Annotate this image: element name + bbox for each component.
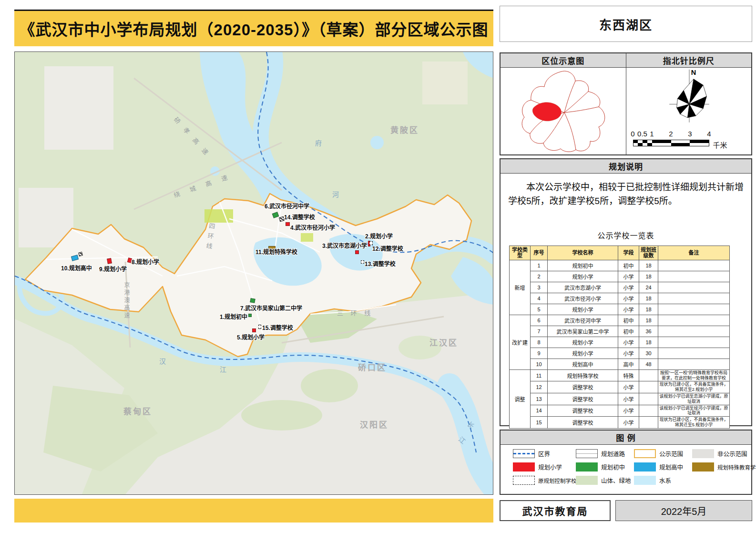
school-marker-solid-icon — [355, 250, 359, 254]
seq-cell: 13 — [531, 393, 548, 405]
seq-cell: 15 — [531, 417, 548, 429]
date-box: 2022年5月 — [615, 500, 752, 521]
classes-cell: 18 — [639, 260, 658, 271]
table-row: 14调整学校小学该规划小学已调至径河小学建成，原址取消 — [510, 405, 730, 417]
stage-cell: 小学 — [618, 348, 639, 359]
legend-symbol-fill-icon — [576, 462, 598, 472]
school-type-cell: 新增 — [510, 260, 531, 315]
road-label: 河 — [332, 189, 339, 199]
seq-cell: 1 — [531, 260, 548, 271]
table-row: 调整11规划特殊学校特殊按照“一区一校”的特殊教育学校布局要求，在此控制一处特殊… — [510, 369, 730, 381]
road-label: 江 — [457, 434, 468, 446]
bottom-banner — [14, 499, 493, 523]
legend-title: 图 例 — [501, 430, 751, 445]
legend-label: 水系 — [659, 476, 671, 485]
road-label: 江 — [220, 364, 226, 374]
stage-cell: 小学 — [618, 271, 639, 282]
school-label: 6.武汉市径河中学 — [265, 202, 309, 210]
legend-label: 规划高中 — [659, 462, 683, 472]
legend-item: 规划小学 — [513, 462, 574, 472]
scale-tick-label: 1 — [650, 130, 654, 138]
legend-item: 规划初中 — [576, 462, 632, 472]
table-header-cell: 备注 — [658, 246, 730, 260]
stage-cell: 初中 — [618, 260, 639, 271]
name-cell: 武汉市吴家山第二中学 — [548, 326, 618, 337]
table-row: 5规划小学小学18 — [510, 304, 730, 315]
district-name: 东西湖区 — [599, 15, 653, 33]
table-row: 3武汉市恋湖小学小学24 — [510, 282, 730, 293]
legend-item: 规划高中 — [634, 462, 690, 472]
remark-cell — [658, 326, 730, 337]
legend-symbol-notice-icon — [634, 449, 656, 458]
legend-label: 公示范围 — [659, 449, 683, 458]
school-marker-solid-icon — [248, 314, 252, 317]
school-label: 9.规划小学 — [99, 265, 127, 273]
remark-cell — [658, 260, 730, 271]
seq-cell: 4 — [531, 293, 548, 304]
table-header-cell: 序号 — [531, 246, 548, 260]
name-cell: 规划特殊学校 — [548, 369, 618, 381]
legend-item: 非公示范围 — [692, 449, 756, 458]
remark-cell: 现状为已建小区，不具备实施条件，将其迁至5.规划小学 — [658, 417, 730, 429]
stage-cell: 小学 — [618, 417, 639, 429]
compass-body: N 00.51234 千米 — [626, 68, 752, 154]
name-cell: 调整学校 — [548, 393, 618, 405]
district-label: 黄陂区 — [390, 123, 419, 135]
remark-cell: 按照“一区一校”的特殊教育学校布局要求，在此控制一处特殊教育学校 — [658, 369, 730, 381]
school-label: 14.调整学校 — [284, 213, 315, 221]
page-title: 《武汉市中小学布局规划（2020-2035）》（草案）部分区域公示图 — [20, 17, 489, 40]
legend-label: 非公示范围 — [717, 449, 747, 458]
seq-cell: 10 — [531, 359, 548, 369]
seq-cell: 12 — [531, 381, 548, 393]
remark-cell: 该规划小学已调至恋湖小学建成，原址取消 — [658, 393, 730, 405]
location-panel-title: 区位示意图 — [501, 53, 626, 68]
school-marker-dashed-icon — [258, 325, 261, 329]
school-marker-solid-icon — [71, 255, 79, 261]
name-cell: 调整学校 — [548, 417, 618, 429]
agency-box: 武汉市教育局 — [500, 500, 611, 521]
legend-symbol-fill-icon — [634, 476, 656, 485]
classes-cell: 24 — [639, 282, 658, 293]
agency-name: 武汉市教育局 — [522, 503, 588, 518]
remark-cell — [658, 271, 730, 282]
name-cell: 规划小学 — [548, 271, 618, 282]
road-label: 三 环 线 — [337, 308, 373, 317]
district-label: 蔡甸区 — [123, 405, 152, 417]
scale-tick-label: 3 — [688, 130, 692, 138]
school-label: 12.调整学校 — [372, 244, 403, 252]
table-row: 8规划小学小学18 — [510, 337, 730, 348]
school-table-title: 公示学校一览表 — [501, 229, 751, 241]
road-label: 汉 — [159, 356, 166, 366]
scale-unit: 千米 — [713, 140, 727, 150]
notes-title: 规划说明 — [501, 159, 751, 174]
table-row: 12调整学校小学现状为已建小区，不具备实施条件，将其迁至2.规划小学 — [510, 381, 730, 393]
legend-symbol-fill-icon — [634, 462, 656, 472]
road-label: 府 — [315, 138, 322, 147]
name-cell: 调整学校 — [548, 405, 618, 417]
location-panel: 区位示意图 — [501, 53, 626, 154]
name-cell: 调整学校 — [548, 381, 618, 393]
table-row: 10规划高中高中48 — [510, 359, 730, 369]
legend-item: 水系 — [634, 476, 690, 485]
scale-tick-label: 0 — [631, 130, 634, 138]
table-row: 2规划小学小学18 — [510, 271, 730, 282]
name-cell: 规划高中 — [548, 359, 618, 369]
name-cell: 规划小学 — [548, 337, 618, 348]
legend-item: 原规划控制学校 — [513, 476, 574, 485]
school-label: 7.武汉市吴家山第二中学 — [240, 304, 302, 312]
stage-cell: 小学 — [618, 381, 639, 393]
classes-cell: 36 — [639, 326, 658, 337]
classes-cell: 18 — [639, 271, 658, 282]
legend-panel: 图 例 区界规划道路公示范围非公示范围规划小学规划初中规划高中规划特殊教育学校原… — [500, 430, 752, 495]
seq-cell: 2 — [531, 271, 548, 282]
stage-cell: 小学 — [618, 293, 639, 304]
road-label: 京港澳高速 — [123, 282, 131, 320]
district-label: 汉阳区 — [360, 418, 388, 430]
legend-label: 规划特殊教育学校 — [717, 463, 756, 471]
classes-cell: 48 — [639, 359, 658, 369]
table-header-cell: 规划班级数 — [639, 246, 658, 260]
legend-symbol-boundary-icon — [513, 449, 535, 458]
seq-cell: 11 — [531, 369, 548, 381]
seq-cell: 8 — [531, 337, 548, 348]
map-canvas: 1.规划初中2.规划小学3.武汉市恋湖小学4.武汉市径河小学5.规划小学6.武汉… — [14, 51, 493, 495]
